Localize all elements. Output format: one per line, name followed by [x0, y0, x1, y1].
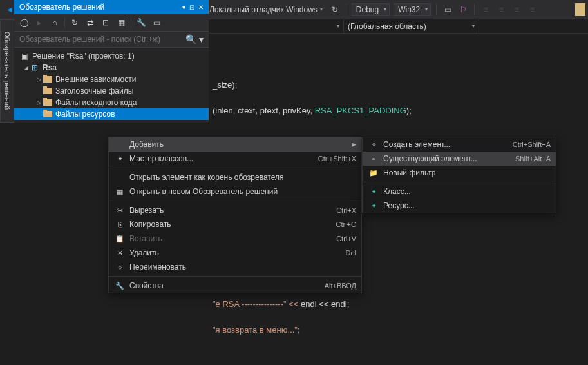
editor-scope-combo[interactable]: (Глобальная область)	[344, 19, 479, 33]
tb-icon-6[interactable]: ≡	[525, 3, 539, 17]
config-combo[interactable]: Debug	[352, 3, 390, 16]
panel-search: 🔍 ▾	[14, 32, 209, 48]
context-submenu-add: ✧ Создать элемент... Ctrl+Shift+A ▫ Суще…	[362, 137, 556, 213]
panel-pin-icon[interactable]: ⊡	[189, 4, 194, 11]
panel-dd-icon[interactable]: ▾	[182, 4, 185, 11]
menu-open-as-root[interactable]: Открыть элемент как корень обозревателя	[109, 170, 361, 184]
tree-solution[interactable]: ▣ Решение "Rsa" (проектов: 1)	[14, 50, 209, 62]
tb-icon-4[interactable]: ≡	[494, 3, 508, 17]
menu-rename[interactable]: ⟐ Переименовать	[109, 260, 361, 274]
bookmark-icon[interactable]	[575, 3, 585, 16]
menu-new-item[interactable]: ✧ Создать элемент... Ctrl+Shift+A	[363, 137, 556, 152]
wrench-icon: 🔧	[114, 282, 126, 290]
solution-explorer: Обозреватель решений ▾ ⊡ ✕ ◯ ▸ ⌂ ↻ ⇄ ⊡ ▦…	[14, 0, 209, 123]
existing-item-icon: ▫	[368, 155, 379, 163]
wizard-icon: ✦	[114, 155, 126, 163]
solution-icon: ▣	[19, 52, 30, 61]
class-icon: ✦	[368, 188, 379, 196]
menu-new-filter[interactable]: 📁 Новый фильтр	[363, 166, 556, 180]
tb-icon-5[interactable]: ≡	[509, 3, 524, 17]
folder-icon	[43, 110, 53, 119]
home-icon[interactable]: ⌂	[49, 17, 61, 28]
props-icon[interactable]: 🔧	[135, 17, 147, 28]
collapse-icon[interactable]: ◢	[22, 64, 30, 71]
copy-icon: ⎘	[114, 221, 126, 228]
folder-icon	[43, 98, 53, 107]
folder-icon	[43, 86, 53, 95]
panel-close-icon[interactable]: ✕	[198, 4, 204, 11]
tree-project[interactable]: ◢ ⊞ Rsa	[14, 62, 209, 74]
search-icon[interactable]: 🔍 ▾	[185, 34, 204, 44]
project-icon: ⊞	[30, 63, 40, 72]
menu-class-wizard[interactable]: ✦ Мастер классов... Ctrl+Shift+X	[109, 152, 361, 166]
editor-left-combo[interactable]	[209, 19, 344, 33]
menu-properties[interactable]: 🔧 Свойства Alt+ВВОД	[109, 279, 361, 293]
collapse-icon[interactable]: ⊡	[100, 17, 111, 28]
expand-icon[interactable]: ▷	[35, 99, 43, 106]
launch-target[interactable]: Локальный отладчик Windows ▾	[205, 3, 327, 17]
context-menu: Добавить ▶ ✦ Мастер классов... Ctrl+Shif…	[108, 137, 362, 293]
side-tab-solution[interactable]: Обозреватель решений	[0, 19, 14, 123]
menu-existing-item[interactable]: ▫ Существующий элемент... Shift+Alt+A	[363, 152, 556, 166]
menu-copy[interactable]: ⎘ Копировать Ctrl+C	[109, 217, 361, 232]
menu-cut[interactable]: ✂ Вырезать Ctrl+X	[109, 203, 361, 217]
rename-icon: ⟐	[114, 263, 126, 271]
expand-icon[interactable]: ▷	[35, 76, 43, 83]
menu-add[interactable]: Добавить ▶	[109, 137, 361, 152]
new-item-icon: ✧	[368, 141, 379, 149]
folder-icon	[43, 75, 53, 84]
panel-title: Обозреватель решений	[19, 3, 104, 12]
solution-tree: ▣ Решение "Rsa" (проектов: 1) ◢ ⊞ Rsa ▷ …	[14, 48, 209, 123]
show-all-icon[interactable]: ▦	[115, 17, 127, 28]
resource-icon: ✦	[368, 202, 379, 210]
submenu-arrow-icon: ▶	[352, 141, 356, 148]
window-icon: ▦	[114, 188, 126, 196]
launch-label: Локальный отладчик Windows	[209, 5, 318, 14]
paste-icon: 📋	[114, 235, 126, 243]
tb-icon-2[interactable]: ⚐	[456, 3, 470, 17]
menu-paste: 📋 Вставить Ctrl+V	[109, 232, 361, 246]
search-input[interactable]	[19, 35, 185, 44]
platform-combo[interactable]: Win32	[394, 3, 431, 16]
panel-toolbar: ◯ ▸ ⌂ ↻ ⇄ ⊡ ▦ 🔧 ▭	[14, 14, 209, 32]
back-icon[interactable]: ◯	[18, 17, 30, 28]
refresh-icon[interactable]: ⇄	[84, 17, 96, 28]
filter-icon: 📁	[368, 169, 379, 177]
tree-sources[interactable]: ▷ Файлы исходного кода	[14, 97, 209, 108]
cut-icon: ✂	[114, 206, 126, 215]
panel-title-bar[interactable]: Обозреватель решений ▾ ⊡ ✕	[14, 0, 209, 14]
tree-ext-deps[interactable]: ▷ Внешние зависимости	[14, 74, 209, 85]
fwd-icon[interactable]: ▸	[33, 17, 45, 28]
sync-icon[interactable]: ↻	[69, 17, 81, 28]
delete-icon: ✕	[114, 249, 126, 257]
refresh-button[interactable]: ↻	[328, 3, 342, 17]
preview-icon[interactable]: ▭	[151, 17, 162, 28]
menu-resource[interactable]: ✦ Ресурс...	[363, 199, 556, 213]
menu-class[interactable]: ✦ Класс...	[363, 184, 556, 199]
menu-delete[interactable]: ✕ Удалить Del	[109, 246, 361, 260]
tb-icon-1[interactable]: ▭	[441, 3, 455, 17]
tree-resources[interactable]: Файлы ресурсов	[14, 108, 209, 120]
tb-icon-3[interactable]: ≡	[479, 3, 493, 17]
tree-headers[interactable]: Заголовочные файлы	[14, 85, 209, 97]
menu-open-in-new[interactable]: ▦ Открыть в новом Обозреватель решений	[109, 184, 361, 199]
